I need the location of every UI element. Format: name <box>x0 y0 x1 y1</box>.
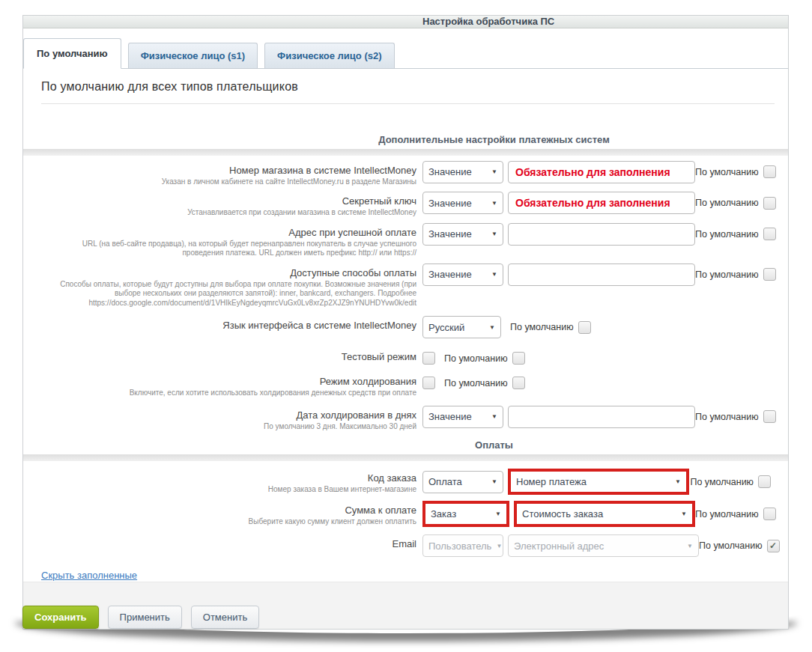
default-label: По умолчанию <box>444 353 508 364</box>
test-mode-checkbox[interactable] <box>422 352 435 365</box>
field-help: Способы оплаты, которые будут доступны д… <box>41 280 416 308</box>
cancel-button[interactable]: Отменить <box>191 606 259 629</box>
default-checkbox[interactable] <box>763 197 776 210</box>
source-select[interactable]: Заказ ▼ <box>425 504 506 524</box>
screenshot-frame: Настройка обработчика ПС По умолчанию Фи… <box>0 0 812 652</box>
row-amount: Сумма к оплате Выберите какую сумму клие… <box>41 501 771 527</box>
field-help: URL (на веб-сайте продавца), на который … <box>41 240 416 258</box>
payment-handler-settings-window: Настройка обработчика ПС По умолчанию Фи… <box>22 15 789 630</box>
default-checkbox[interactable] <box>512 352 525 365</box>
default-checkbox[interactable] <box>763 165 776 178</box>
value-select-disabled: Электронный адрес ▼ <box>508 534 699 557</box>
value-type-select[interactable]: Значение ▼ <box>422 406 503 428</box>
source-select-disabled: Пользователь ▼ <box>422 534 503 557</box>
section-divider-strip <box>23 149 788 156</box>
chevron-down-icon: ▼ <box>687 543 693 549</box>
red-annotation-box: Заказ ▼ <box>422 501 509 527</box>
row-language: Язык интерфейса в системе IntellectMoney… <box>41 316 771 338</box>
field-help: Указан в личном кабинете на сайте Intell… <box>41 177 416 187</box>
tab-person-s2[interactable]: Физическое лицо (s2) <box>264 43 394 68</box>
value-type-select[interactable]: Значение ▼ <box>422 223 503 246</box>
field-help: По умолчанию 3 дня. Максимально 30 дней <box>41 422 416 432</box>
default-label: По умолчанию <box>699 540 763 551</box>
field-label: Секретный ключ <box>41 195 416 207</box>
field-help: Номер заказа в Вашем интернет-магазине <box>41 485 416 495</box>
holding-mode-checkbox[interactable] <box>422 377 435 389</box>
section-heading-payments: Оплаты <box>23 439 788 451</box>
language-select[interactable]: Русский ▼ <box>422 316 501 338</box>
field-label: Адрес при успешной оплате <box>41 227 416 238</box>
field-help: Устанавливается при создании магазина в … <box>41 208 416 218</box>
field-label: Тестовый режим <box>41 351 416 362</box>
apply-button[interactable]: Применить <box>108 606 182 629</box>
select-value: Значение <box>428 269 472 280</box>
row-pay-methods: Доступные способы оплаты Способы оплаты,… <box>41 263 771 308</box>
save-button[interactable]: Сохранить <box>22 606 99 629</box>
default-checkbox[interactable] <box>763 228 776 240</box>
field-label: Язык интерфейса в системе IntellectMoney <box>41 320 416 331</box>
default-checkbox[interactable] <box>763 410 776 423</box>
field-label: Email <box>41 538 416 549</box>
value-input[interactable]: Обязательно для заполнения <box>508 192 695 214</box>
default-label: По умолчанию <box>690 477 754 487</box>
field-label: Дата холдирования в днях <box>41 409 416 421</box>
default-checkbox[interactable] <box>512 377 525 389</box>
value-input[interactable]: Обязательно для заполнения <box>508 161 695 183</box>
hide-filled-link[interactable]: Скрыть заполненные <box>41 570 137 581</box>
default-checkbox-checked[interactable]: ✓ <box>767 540 780 552</box>
row-secret-key: Секретный ключ Устанавливается при созда… <box>41 192 771 218</box>
value-input[interactable] <box>508 406 695 428</box>
tab-bar: По умолчанию Физическое лицо (s1) Физиче… <box>23 38 788 69</box>
red-annotation-box: Стоимость заказа ▼ <box>514 501 695 527</box>
select-value: Значение <box>428 411 472 422</box>
row-shop-id: Номер магазина в системе IntellectMoney … <box>41 161 771 187</box>
value-select[interactable]: Номер платежа ▼ <box>511 472 686 492</box>
chevron-down-icon: ▼ <box>491 200 497 207</box>
value-input[interactable] <box>508 263 695 286</box>
tab-content: По умолчанию для всех типов плательщиков… <box>23 69 788 582</box>
chevron-down-icon: ▼ <box>675 478 681 485</box>
select-value: Номер платежа <box>516 476 587 487</box>
default-checkbox[interactable] <box>763 268 776 281</box>
value-select[interactable]: Стоимость заказа ▼ <box>517 504 692 524</box>
chevron-down-icon: ▼ <box>681 511 687 517</box>
default-checkbox[interactable] <box>578 321 591 334</box>
window-titlebar: Настройка обработчика ПС <box>23 16 788 28</box>
value-type-select[interactable]: Значение ▼ <box>422 263 503 286</box>
default-checkbox[interactable] <box>763 508 776 520</box>
chevron-down-icon: ▼ <box>496 543 502 549</box>
row-success-url: Адрес при успешной оплате URL (на веб-са… <box>41 223 771 258</box>
value-type-select[interactable]: Значение ▼ <box>422 192 503 214</box>
field-label: Доступные способы оплаты <box>41 267 416 278</box>
default-checkbox[interactable] <box>758 475 771 488</box>
select-value: Значение <box>428 228 472 240</box>
select-value: Значение <box>428 166 472 177</box>
tab-person-s1[interactable]: Физическое лицо (s1) <box>128 43 258 68</box>
row-email: Email Пользователь ▼ Электронный адрес ▼… <box>41 534 771 557</box>
source-select[interactable]: Оплата ▼ <box>422 471 503 493</box>
chevron-down-icon: ▼ <box>491 168 497 175</box>
default-label: По умолчанию <box>695 198 759 208</box>
select-value: Заказ <box>431 508 456 520</box>
row-test-mode: Тестовый режим По умолчанию <box>41 349 771 365</box>
select-value: Пользователь <box>428 540 491 552</box>
page-title: По умолчанию для всех типов плательщиков <box>41 80 788 94</box>
field-help: Включите, если хотите использовать холди… <box>41 389 416 398</box>
value-input[interactable] <box>508 223 695 246</box>
tab-default[interactable]: По умолчанию <box>23 38 121 69</box>
field-label: Сумма к оплате <box>41 505 416 516</box>
field-label: Номер магазина в системе IntellectMoney <box>41 165 416 176</box>
default-label: По умолчанию <box>444 378 508 389</box>
select-value: Русский <box>428 322 464 333</box>
chevron-down-icon: ▼ <box>491 231 497 237</box>
section-divider-strip <box>23 454 788 461</box>
default-label: По умолчанию <box>510 322 574 332</box>
section-heading-additional: Дополнительные настройки платежных систе… <box>23 134 788 145</box>
field-label: Код заказа <box>41 472 416 484</box>
row-holding-days: Дата холдирования в днях По умолчанию 3 … <box>41 406 771 432</box>
select-value: Стоимость заказа <box>522 508 603 520</box>
default-label: По умолчанию <box>695 269 759 280</box>
chevron-down-icon: ▼ <box>491 478 497 485</box>
value-type-select[interactable]: Значение ▼ <box>422 161 503 183</box>
default-label: По умолчанию <box>695 412 759 422</box>
